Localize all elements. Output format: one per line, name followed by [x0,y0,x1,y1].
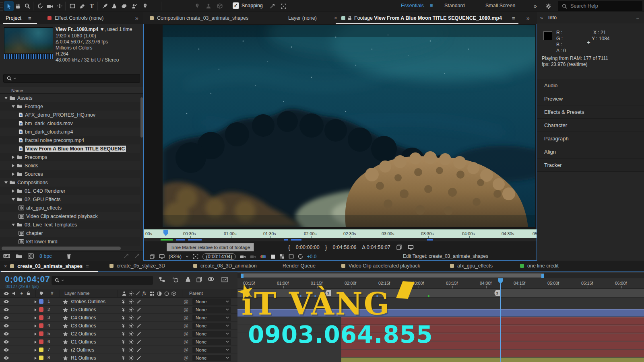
tree-item-precomps[interactable]: Precomps [0,153,140,161]
adjustment-icon[interactable] [164,291,169,296]
quality-switch-icon[interactable] [137,340,141,344]
view-axis-mode-icon[interactable] [215,1,225,11]
timeline-search-input[interactable] [52,276,153,285]
tree-item-comp[interactable]: Video Clip accelerated playback [0,212,140,220]
clone-stamp-tool[interactable] [109,1,119,11]
work-area-bar[interactable] [241,274,544,278]
tree-item-file[interactable]: bm_dark_clouds.mov [0,119,140,128]
show-channels-icon[interactable] [260,254,266,259]
parent-select[interactable]: None [192,298,231,305]
tab-footage[interactable]: Footage View From A Blue Moon TITLE SEQU… [354,15,502,21]
zoom-tool[interactable] [23,1,32,11]
label-chip[interactable] [39,356,43,360]
workspace-menu-icon[interactable]: ≡ [430,3,433,8]
workspace-essentials[interactable]: Essentials [401,3,424,8]
grow-panel-icon[interactable] [134,253,140,259]
sun-switch-icon[interactable] [129,299,134,304]
sun-switch-icon[interactable] [129,331,134,336]
local-axis-mode-icon[interactable] [192,1,202,11]
region-of-interest-icon[interactable] [289,254,294,259]
parent-select[interactable]: None [192,315,231,321]
exposure-value[interactable]: +0.0 [307,254,317,259]
tree-item-c4d-renderer[interactable]: 01. C4D Renderer [0,187,140,195]
panel-overflow-icon[interactable]: » [526,15,530,21]
quality-switch-icon[interactable] [137,324,141,328]
label-chip[interactable] [39,323,43,328]
sun-switch-icon[interactable] [129,323,134,328]
resolution-icon[interactable] [270,254,275,259]
sun-switch-icon[interactable] [129,307,134,312]
parent-select[interactable]: None [192,355,231,361]
label-icon[interactable] [39,291,44,296]
tab-effect-controls[interactable]: Effect Controls (none) [55,15,103,21]
tree-item-assets[interactable]: Assets [0,94,140,102]
hand-tool[interactable] [13,1,23,11]
panel-tab-tracker[interactable]: Tracker [537,158,644,172]
primary-viewer-icon[interactable] [159,254,165,259]
layer-row[interactable]: 7r2 Outlines@None [0,346,237,354]
eye-icon[interactable] [3,308,9,312]
current-time-display[interactable]: 0;00;04;07 [5,274,50,284]
quality-switch-icon[interactable] [137,308,141,312]
workspace-settings-icon[interactable] [543,1,553,11]
parent-select[interactable]: None [192,323,231,329]
out-time[interactable]: 0:04:56:06 [332,245,356,250]
workspace-small-screen[interactable]: Small Screen [485,3,515,8]
layer-duration-bar[interactable] [341,358,644,362]
tree-item-compositions[interactable]: Compositions [0,178,140,187]
collapse-panels-icon[interactable]: » [540,15,543,21]
caret-right-icon[interactable] [34,340,37,344]
comp-marker-2[interactable]: 2 [494,290,500,296]
tree-item-file[interactable]: bm_dark_clouds.mp4 [0,128,140,136]
tab-composition[interactable]: Composition create_03_animate_shapes [157,15,248,21]
eraser-tool[interactable] [119,1,129,11]
tab-comp[interactable]: one line credit [520,263,559,269]
tree-item-file[interactable]: fractal noise precomp.mp4 [0,136,140,144]
draft-3d-icon[interactable] [172,277,179,283]
sun-switch-icon[interactable] [129,315,134,320]
hide-shy-layers-icon[interactable] [185,277,191,282]
grid-guides-icon[interactable] [193,254,198,259]
transparency-grid-icon[interactable] [279,254,285,259]
always-preview-icon[interactable] [149,254,155,259]
panel-tab-effects-presets[interactable]: Effects & Presets [537,105,644,119]
cube-3d-icon[interactable] [171,291,176,296]
tree-item-footage[interactable]: Footage [0,102,140,111]
snapshot-camera-icon[interactable] [240,254,246,259]
collapse-icon[interactable] [129,291,134,296]
eye-icon[interactable] [3,300,9,304]
eye-icon[interactable] [3,316,9,320]
panel-tab-preview[interactable]: Preview [537,92,644,105]
pickwhip-icon[interactable]: @ [184,323,188,329]
tree-item-live-text[interactable]: 03. Live Text Templates [0,220,140,229]
pickwhip-icon[interactable]: @ [184,355,188,361]
tab-info[interactable]: Info [548,15,557,21]
tab-comp[interactable]: create_05_stylize_3D [109,263,165,269]
frame-blending-icon[interactable] [196,277,202,282]
horizontal-scrollbar[interactable] [2,247,121,250]
shy-icon[interactable] [122,291,127,296]
collapse-switch-icon[interactable] [122,323,125,328]
collapse-switch-icon[interactable] [122,356,125,360]
chevron-down-icon[interactable] [186,255,189,258]
tab-comp[interactable]: create_08_3D_animation [193,263,257,269]
type-tool[interactable]: T [87,1,97,11]
quality-icon[interactable] [136,291,140,295]
motion-blur-icon[interactable] [208,277,214,282]
sun-switch-icon[interactable] [129,348,134,352]
snapping-checkbox[interactable]: ✓ [233,2,239,9]
tree-item-file-selected[interactable]: View From A Blue Moon TITLE SEQUENC [0,144,140,153]
eye-icon[interactable] [3,348,9,352]
tree-item-comp[interactable]: chapter [0,229,140,237]
tree-item-comp[interactable]: afx_gpu_effects [0,204,140,212]
caret-right-icon[interactable] [34,348,37,352]
quality-switch-icon[interactable] [137,300,141,304]
panel-tab-paragraph[interactable]: Paragraph [537,132,644,145]
fx-icon[interactable]: fx [142,290,146,296]
tab-layer[interactable]: Layer (none) [288,15,317,21]
ripple-insert-icon[interactable] [396,245,402,250]
eye-icon[interactable] [3,292,9,296]
new-composition-icon[interactable] [28,253,34,259]
puppet-pin-tool[interactable] [140,1,150,11]
parent-select[interactable]: None [192,347,231,353]
